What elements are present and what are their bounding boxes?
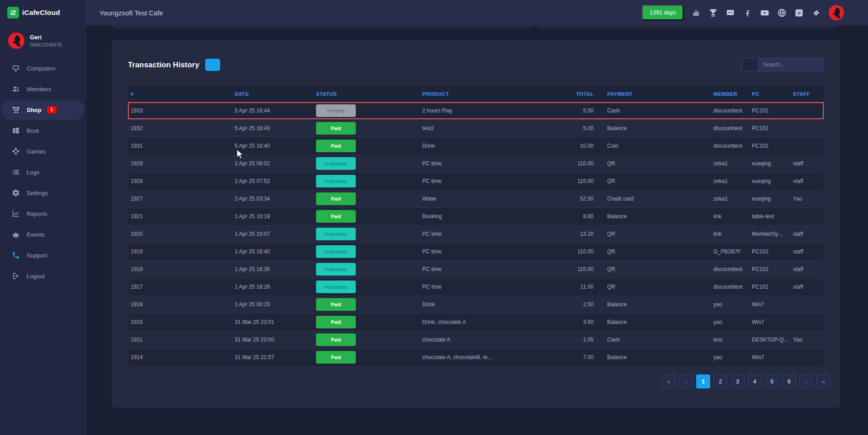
transaction-row[interactable]: 1921 1 Apr 25 19:19 Paid Booking 8.80 Ba… — [128, 208, 824, 225]
days-remaining-button[interactable]: 1391 days — [642, 5, 684, 20]
cell-total: 10.00 — [536, 143, 595, 149]
user-avatar[interactable] — [829, 5, 844, 20]
pagination-page-4[interactable]: 4 — [748, 374, 762, 388]
status-badge: Paid — [316, 140, 356, 152]
sidebar-item-logout[interactable]: Logout — [0, 266, 86, 286]
transaction-row[interactable]: 1915 31 Mar 25 23:01 Paid Drink, chocola… — [128, 313, 824, 331]
cell-payment: Balance — [595, 125, 711, 131]
cell-date: 31 Mar 25 23:00 — [232, 337, 313, 343]
sidebar-item-events[interactable]: Events — [0, 224, 86, 245]
sidebar-item-computers[interactable]: Computers — [0, 58, 86, 79]
sidebar-item-games[interactable]: Games — [0, 141, 86, 162]
status-badge: Paid — [316, 122, 356, 135]
pagination-page-3[interactable]: 3 — [731, 374, 745, 388]
sidebar-item-reports[interactable]: Reports — [0, 203, 86, 224]
cell-payment: Balance — [595, 319, 711, 325]
table-body: 1933 5 Apr 25 18:44 Pending 2 hours Play… — [128, 102, 824, 366]
column-header-payment: PAYMENT — [595, 91, 711, 97]
status-badge: Paid — [316, 316, 356, 328]
refresh-button[interactable] — [205, 59, 220, 71]
discord-icon[interactable] — [726, 8, 735, 18]
cell-staff: staff — [790, 266, 824, 272]
ranking-icon[interactable] — [691, 8, 701, 18]
gear-icon — [12, 189, 20, 197]
cell-total: 5.50 — [536, 108, 595, 114]
cell-pc: Win7 — [749, 301, 790, 308]
cell-member: yao — [711, 301, 749, 308]
menu-icon[interactable] — [69, 8, 78, 17]
cell-id: 1929 — [128, 160, 232, 167]
cell-pc: xueqing — [749, 178, 790, 184]
column-header-status: STATUS — [313, 91, 420, 97]
sidebar-item-boot[interactable]: Boot — [0, 120, 86, 141]
phone-icon — [12, 251, 20, 259]
windows-icon — [12, 126, 20, 135]
status-badge: In process — [316, 175, 356, 187]
chart-icon — [12, 210, 20, 218]
transaction-row[interactable]: 1919 1 Apr 25 18:40 In process PC time 1… — [128, 243, 824, 261]
transaction-row[interactable]: 1931 5 Apr 25 18:40 Paid Drink 10.00 Coi… — [128, 137, 824, 155]
cell-id: 1917 — [128, 284, 232, 290]
pagination-nav-button[interactable]: « — [662, 374, 676, 388]
pagination-page-5[interactable]: 5 — [765, 374, 779, 388]
pagination-nav-button[interactable]: ‹ — [679, 374, 693, 388]
transaction-row[interactable]: 1914 31 Mar 25 22:57 Paid chocolate A, c… — [128, 349, 824, 366]
brand-logo[interactable]: i2 iCafeCloud — [7, 7, 60, 19]
gamepad-icon — [12, 147, 20, 155]
cell-member: yao — [711, 319, 749, 325]
sidebar-item-support[interactable]: Support — [0, 245, 86, 266]
youtube-icon[interactable] — [760, 8, 769, 18]
cell-payment: QR — [595, 266, 711, 272]
chevron-down-icon[interactable] — [852, 9, 858, 16]
cell-staff: staff — [790, 178, 824, 184]
cell-member: discounttest — [711, 266, 749, 272]
cell-member: test — [711, 337, 749, 343]
sidebar-item-members[interactable]: Members — [0, 79, 86, 99]
cell-payment: Balance — [595, 354, 711, 360]
cell-member: discounttest — [711, 108, 749, 114]
pagination-nav-button[interactable]: › — [799, 374, 813, 388]
pagination: «‹123456›» — [662, 374, 830, 388]
transaction-row[interactable]: 1917 1 Apr 25 18:26 In process PC time 1… — [128, 278, 824, 296]
transaction-row[interactable]: 1916 1 Apr 25 00:15 Paid Drink 2.50 Bala… — [128, 296, 824, 313]
cell-product: PC time — [420, 160, 536, 167]
cell-payment: QR — [595, 178, 711, 184]
transaction-row[interactable]: 1929 2 Apr 25 08:02 In process PC time 1… — [128, 155, 824, 173]
status-badge: In process — [316, 263, 356, 276]
brand-s-icon[interactable] — [811, 8, 821, 18]
trophy-icon[interactable] — [708, 8, 718, 18]
pagination-nav-button[interactable]: » — [816, 374, 830, 388]
cell-total: 5.00 — [536, 125, 595, 131]
cell-product: Drink — [420, 301, 536, 308]
cell-staff: Yao — [790, 337, 824, 343]
transaction-row[interactable]: 1927 2 Apr 25 03:34 Paid Water 52.50 Cre… — [128, 190, 824, 208]
cell-pc: table-test — [749, 213, 790, 220]
transaction-row[interactable]: 1928 2 Apr 25 07:52 In process PC time 1… — [128, 173, 824, 190]
cell-pc: PC102 — [749, 266, 790, 272]
sidebar-item-settings[interactable]: Settings — [0, 182, 86, 203]
cell-member: zeka1 — [711, 196, 749, 202]
sidebar-item-shop[interactable]: Shop 1 — [1, 99, 85, 120]
cell-total: 2.50 — [536, 301, 595, 308]
pagination-page-2[interactable]: 2 — [713, 374, 727, 388]
list-icon — [12, 168, 20, 176]
pagination-page-6[interactable]: 6 — [782, 374, 796, 388]
sidebar-item-logs[interactable]: Logs — [0, 162, 86, 182]
cell-total: 110.00 — [536, 266, 595, 272]
cell-id: 1928 — [128, 178, 232, 184]
globe-icon[interactable] — [777, 8, 787, 18]
transaction-row[interactable]: 1920 1 Apr 25 19:07 In process PC time 1… — [128, 225, 824, 243]
icafe-icon[interactable]: i2 — [794, 8, 804, 18]
cell-product: 2 hours Play — [420, 108, 536, 114]
search-input[interactable] — [758, 58, 824, 71]
pagination-page-1[interactable]: 1 — [696, 374, 710, 388]
cell-id: 1911 — [128, 337, 232, 343]
transaction-row[interactable]: 1918 1 Apr 25 18:35 In process PC time 1… — [128, 261, 824, 278]
cell-date: 1 Apr 25 18:35 — [232, 266, 313, 272]
transaction-row[interactable]: 1911 31 Mar 25 23:00 Paid chocolate A 1.… — [128, 331, 824, 349]
cell-product: PC time — [420, 284, 536, 290]
sidebar: Geri 008612345678 Computers Members Shop… — [0, 25, 86, 435]
facebook-icon[interactable] — [743, 8, 752, 18]
transaction-row[interactable]: 1932 5 Apr 25 18:43 Paid test2 5.00 Bala… — [128, 120, 824, 137]
transaction-row[interactable]: 1933 5 Apr 25 18:44 Pending 2 hours Play… — [128, 102, 824, 120]
